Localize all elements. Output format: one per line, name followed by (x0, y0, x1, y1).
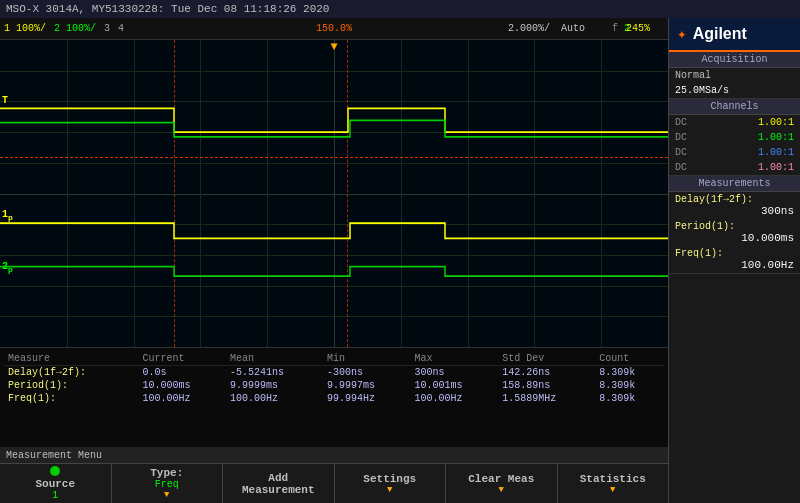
col-mean: Mean (226, 352, 323, 366)
meas-cell-1-5: 158.89ns (498, 379, 595, 392)
settings-button[interactable]: Settings ▼ (335, 464, 447, 503)
scale-bar: 1 100%/ 2 100%/ 3 4 150.0% 2.000%/ Auto … (0, 18, 668, 40)
ch4-row: DC 1.00:1 (669, 160, 800, 175)
statistics-arrow: ▼ (610, 485, 615, 495)
col-stddev: Std Dev (498, 352, 595, 366)
ch2-name: DC (675, 132, 687, 143)
col-max: Max (411, 352, 499, 366)
type-label: Type: (150, 467, 183, 479)
measurements-title: Measurements (669, 176, 800, 192)
meas-panel-name-0: Delay(1f→2f): (675, 194, 753, 205)
add-meas-sub: Measurement (242, 484, 315, 496)
statistics-button[interactable]: Statistics ▼ (558, 464, 669, 503)
meas-panel-value-0: 300ns (675, 205, 794, 217)
right-panel: ✦ Agilent Acquisition Normal 25.0MSa/s C… (668, 18, 800, 503)
meas-cell-1-2: 9.9999ms (226, 379, 323, 392)
acquisition-rate: 25.0MSa/s (675, 85, 729, 96)
meas-panel-value-2: 100.00Hz (675, 259, 794, 271)
measurements-panel-items: Delay(1f→2f): 300ns Period(1): 10.000ms … (669, 192, 800, 273)
meas-cell-2-4: 100.00Hz (411, 392, 499, 405)
ch4-scale: 4 (118, 23, 124, 34)
meas-cell-0-2: -5.5241ns (226, 366, 323, 380)
meas-cell-1-6: 8.309k (595, 379, 664, 392)
type-button[interactable]: Type: Freq ▼ (112, 464, 224, 503)
meas-panel-item-0: Delay(1f→2f): 300ns (669, 192, 800, 219)
ch4-name: DC (675, 162, 687, 173)
source-led (50, 466, 60, 476)
meas-row-1: Period(1):10.000ms9.9999ms9.9997ms10.001… (4, 379, 664, 392)
main-layout: 1 100%/ 2 100%/ 3 4 150.0% 2.000%/ Auto … (0, 18, 800, 503)
trig-level: 245% (626, 23, 650, 34)
settings-arrow: ▼ (387, 485, 392, 495)
meas-cell-2-3: 99.994Hz (323, 392, 411, 405)
clear-meas-arrow: ▼ (499, 485, 504, 495)
type-sub: Freq (155, 479, 179, 490)
meas-cell-1-3: 9.9997ms (323, 379, 411, 392)
ch1-row: DC 1.00:1 (669, 115, 800, 130)
meas-cell-0-1: 0.0s (138, 366, 226, 380)
ch2-value: 1.00:1 (758, 132, 794, 143)
acquisition-title: Acquisition (669, 52, 800, 68)
acquisition-mode-row: Normal (669, 68, 800, 83)
trig-icon: f (612, 23, 618, 34)
measurements-section: Measurements Delay(1f→2f): 300ns Period(… (669, 176, 800, 274)
ch1-name: DC (675, 117, 687, 128)
waveform-svg (0, 40, 668, 347)
meas-cell-0-0: Delay(1f→2f): (4, 366, 138, 380)
channels-title: Channels (669, 99, 800, 115)
meas-cell-1-0: Period(1): (4, 379, 138, 392)
col-current: Current (138, 352, 226, 366)
settings-label: Settings (363, 473, 416, 485)
clear-meas-label: Clear Meas (468, 473, 534, 485)
button-bar: Source 1 Type: Freq ▼ Add Measurement Se… (0, 463, 668, 503)
meas-cell-1-1: 10.000ms (138, 379, 226, 392)
agilent-logo-icon: ✦ (677, 24, 687, 44)
meas-cell-0-5: 142.26ns (498, 366, 595, 380)
ch3-scale: 3 (104, 23, 110, 34)
meas-panel-item-1: Period(1): 10.000ms (669, 219, 800, 246)
agilent-header: ✦ Agilent (669, 18, 800, 52)
scope-area: 1 100%/ 2 100%/ 3 4 150.0% 2.000%/ Auto … (0, 18, 668, 503)
meas-panel-value-1: 10.000ms (675, 232, 794, 244)
ch3-value: 1.00:1 (758, 147, 794, 158)
statistics-label: Statistics (580, 473, 646, 485)
col-min: Min (323, 352, 411, 366)
trig-mode: Auto (561, 23, 585, 34)
meas-cell-2-6: 8.309k (595, 392, 664, 405)
meas-cell-2-0: Freq(1): (4, 392, 138, 405)
col-count: Count (595, 352, 664, 366)
waveform-display: T 1p 2p ▼ (0, 40, 668, 347)
title-text: MSO-X 3014A, MY51330228: Tue Dec 08 11:1… (6, 3, 329, 15)
meas-cell-2-5: 1.5889MHz (498, 392, 595, 405)
title-bar: MSO-X 3014A, MY51330228: Tue Dec 08 11:1… (0, 0, 800, 18)
meas-cell-2-2: 100.00Hz (226, 392, 323, 405)
ch3-name: DC (675, 147, 687, 158)
ch2-row: DC 1.00:1 (669, 130, 800, 145)
add-meas-label: Add (268, 472, 288, 484)
clear-meas-button[interactable]: Clear Meas ▼ (446, 464, 558, 503)
ch4-value: 1.00:1 (758, 162, 794, 173)
source-button[interactable]: Source 1 (0, 464, 112, 503)
meas-panel-name-2: Freq(1): (675, 248, 723, 259)
ch1-scale: 1 100%/ (4, 23, 46, 34)
acquisition-section: Acquisition Normal 25.0MSa/s (669, 52, 800, 99)
ch3-row: DC 1.00:1 (669, 145, 800, 160)
agilent-brand: Agilent (693, 25, 747, 43)
type-arrow: ▼ (164, 490, 169, 500)
ch1-value: 1.00:1 (758, 117, 794, 128)
channels-section: Channels DC 1.00:1 DC 1.00:1 DC 1.00:1 D… (669, 99, 800, 176)
meas-table: Measure Current Mean Min Max Std Dev Cou… (0, 347, 668, 447)
source-label: Source (35, 478, 75, 490)
meas-cell-0-6: 8.309k (595, 366, 664, 380)
add-measurement-button[interactable]: Add Measurement (223, 464, 335, 503)
source-sub: 1 (52, 490, 58, 501)
time-per-div: 2.000%/ (508, 23, 550, 34)
acquisition-rate-row: 25.0MSa/s (669, 83, 800, 98)
meas-cell-2-1: 100.00Hz (138, 392, 226, 405)
meas-cell-1-4: 10.001ms (411, 379, 499, 392)
meas-menu-label: Measurement Menu (0, 447, 668, 463)
col-measure: Measure (4, 352, 138, 366)
meas-row-2: Freq(1):100.00Hz100.00Hz99.994Hz100.00Hz… (4, 392, 664, 405)
ch2-scale: 2 100%/ (54, 23, 96, 34)
timebase-scale: 150.0% (316, 23, 352, 34)
